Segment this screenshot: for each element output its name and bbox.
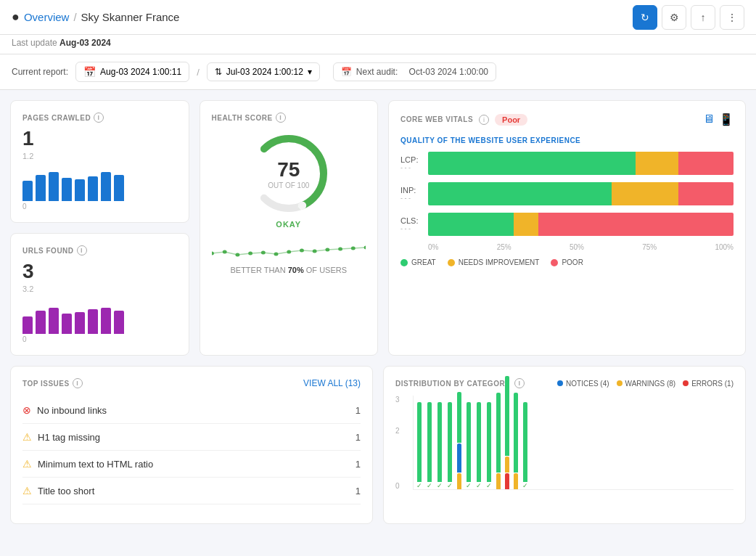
legend-poor-dot — [551, 259, 558, 266]
compare-date-button[interactable]: ⇅ Jul-03 2024 1:00:12 ▾ — [207, 62, 320, 81]
dist-yellow-bar — [457, 473, 461, 489]
next-audit-calendar-icon: 📅 — [341, 67, 352, 77]
urls-info-icon[interactable]: i — [77, 245, 87, 255]
lcp-row: LCP: - - - — [400, 152, 734, 175]
last-update-date: Aug-03 2024 — [59, 38, 111, 48]
gauge-wrap: 75 OUT OF 100 — [245, 130, 332, 217]
view-all-link[interactable]: VIEW ALL (13) — [303, 378, 361, 388]
axis-100: 100% — [715, 243, 734, 251]
issue-row-1: ⊗ No inbound links 1 — [22, 397, 361, 424]
dist-legend-warnings: WARNINGS (8) — [617, 380, 676, 388]
compare-date-value: Jul-03 2024 1:00:12 — [226, 67, 303, 77]
y-label-3: 3 — [395, 396, 400, 404]
cwv-info-icon[interactable]: i — [479, 115, 489, 125]
top-issues-card: TOP ISSUES i VIEW ALL (13) ⊗ No inbound … — [10, 366, 373, 524]
issue-count-2: 1 — [356, 432, 361, 443]
bar — [22, 181, 33, 201]
dist-bars-area: ✓✓✓✓✓✓✓✓ — [413, 396, 734, 490]
distribution-info-icon[interactable]: i — [514, 378, 525, 388]
dist-group-2: ✓ — [437, 402, 443, 489]
pages-crawled-ymax: 1.2 — [22, 152, 177, 160]
mobile-icon[interactable]: 📱 — [719, 113, 734, 126]
lcp-green-seg — [428, 152, 636, 175]
bar — [88, 176, 98, 201]
legend-great-dot — [400, 259, 408, 266]
trend-line-svg — [212, 239, 366, 261]
dist-teal-bar — [427, 402, 432, 482]
cwv-poor-badge: Poor — [495, 114, 527, 126]
issue-left-3: ⚠ Minimum text to HTML ratio — [22, 458, 153, 470]
dist-bar-col-8 — [496, 393, 501, 489]
dist-bar-col-0 — [417, 402, 422, 482]
issue-text-4: Title too short — [38, 486, 94, 496]
desktop-icon[interactable]: 🖥 — [703, 113, 715, 126]
gauge-text: 75 OUT OF 100 — [268, 158, 309, 189]
cwv-subtitle: QUALITY OF THE WEBSITE USER EXPERIENCE — [400, 136, 734, 144]
pages-crawled-info-icon[interactable]: i — [94, 113, 104, 123]
issue-left-4: ⚠ Title too short — [22, 485, 94, 496]
subheader: Last update Aug-03 2024 — [0, 35, 756, 54]
issue-row-3: ⚠ Minimum text to HTML ratio 1 — [22, 451, 361, 478]
distribution-chart: 3 2 0 ✓✓✓✓✓✓✓✓ — [395, 396, 734, 512]
header-actions: ↻ ⚙ ↑ ⋮ — [633, 5, 744, 30]
distribution-header: DISTRIBUTION BY CATEGORY i NOTICES (4) W… — [395, 378, 734, 388]
svg-point-11 — [312, 250, 316, 253]
dist-teal-bar — [467, 402, 471, 482]
dist-group-9 — [505, 376, 509, 489]
bar — [62, 314, 72, 334]
dist-teal-bar — [448, 402, 452, 482]
urls-y-min: 0 — [22, 335, 27, 343]
overview-link[interactable]: Overview — [24, 11, 70, 23]
dist-bar-col-5 — [467, 402, 471, 482]
dist-group-11: ✓ — [522, 402, 528, 489]
dist-teal-bar — [523, 402, 527, 482]
export-button[interactable]: ↑ — [691, 5, 715, 30]
dist-bar-col-4 — [457, 392, 461, 489]
cwv-title: CORE WEB VITALS — [400, 115, 473, 123]
report-bar: Current report: 📅 Aug-03 2024 1:00:11 / … — [0, 54, 756, 90]
top-issues-title: TOP ISSUES i — [22, 378, 83, 388]
better-than-pct: 70% — [288, 266, 304, 274]
axis-50: 50% — [570, 243, 584, 251]
dist-warnings-label: WARNINGS (8) — [625, 380, 676, 388]
svg-point-4 — [222, 250, 226, 254]
cls-yellow-seg — [514, 213, 538, 236]
dist-legend-errors: ERRORS (1) — [683, 380, 734, 388]
svg-point-14 — [350, 247, 355, 250]
pages-crawled-card: PAGES CRAWLED i 1 1.2 0 — [10, 100, 189, 223]
legend-great: GREAT — [400, 258, 436, 266]
current-date-button[interactable]: 📅 Aug-03 2024 1:00:11 — [75, 62, 189, 82]
last-update-label: Last update — [12, 38, 57, 48]
settings-button[interactable]: ⚙ — [662, 5, 686, 30]
cls-green-seg — [428, 213, 514, 236]
breadcrumb: ● Overview / Sky Skanner France — [12, 9, 179, 25]
top-issues-info-icon[interactable]: i — [73, 378, 83, 388]
health-score-out-of: OUT OF 100 — [268, 181, 309, 189]
dist-errors-label: ERRORS (1) — [691, 380, 734, 388]
more-button[interactable]: ⋮ — [720, 5, 744, 30]
svg-point-12 — [325, 248, 329, 252]
next-audit-button[interactable]: 📅 Next audit: Oct-03 2024 1:00:00 — [333, 62, 496, 81]
dist-teal-bar — [496, 393, 501, 473]
header: ● Overview / Sky Skanner France ↻ ⚙ ↑ ⋮ — [0, 0, 756, 35]
svg-point-5 — [235, 253, 239, 257]
y-label-2: 2 — [395, 427, 400, 435]
svg-point-6 — [248, 252, 252, 255]
bar — [101, 308, 111, 334]
inp-bar — [428, 182, 734, 205]
legend-poor: POOR — [551, 258, 583, 266]
legend-needs-label: NEEDS IMPROVEMENT — [459, 258, 540, 266]
check-mark-6: ✓ — [476, 482, 482, 489]
refresh-button[interactable]: ↻ — [633, 5, 657, 30]
bar — [22, 316, 33, 334]
urls-found-value: 3 — [22, 260, 177, 283]
dist-group-1: ✓ — [427, 402, 432, 489]
check-mark-1: ✓ — [427, 482, 432, 489]
dist-teal-bar — [505, 376, 509, 456]
bar — [88, 309, 98, 334]
lcp-yellow-seg — [636, 152, 678, 175]
current-report-label: Current report: — [12, 67, 68, 77]
dist-y-labels: 3 2 0 — [395, 396, 400, 490]
dist-group-7: ✓ — [486, 402, 492, 489]
svg-point-13 — [338, 248, 342, 251]
